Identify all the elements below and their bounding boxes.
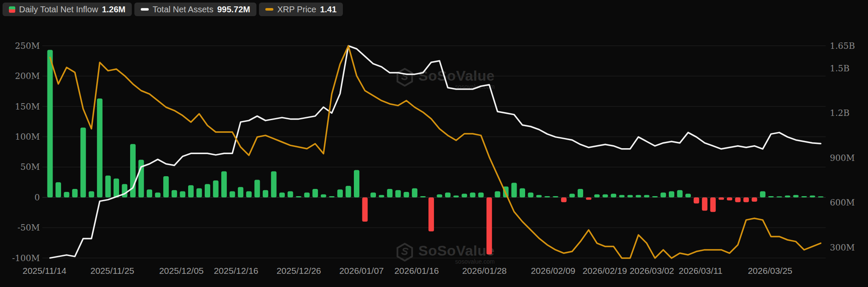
inflow-bar[interactable]	[553, 196, 558, 197]
inflow-bar[interactable]	[644, 195, 649, 197]
inflow-bar[interactable]	[536, 195, 542, 197]
inflow-bar[interactable]	[89, 191, 94, 197]
legend-item-daily-net-inflow[interactable]: Daily Total Net Inflow 1.26M	[3, 3, 132, 16]
inflow-bar[interactable]	[172, 190, 177, 197]
inflow-bar[interactable]	[619, 195, 625, 197]
inflow-bar[interactable]	[114, 179, 119, 197]
inflow-bar[interactable]	[528, 192, 534, 197]
inflow-bar[interactable]	[64, 192, 70, 197]
inflow-bar[interactable]	[122, 184, 127, 197]
legend-value: 995.72M	[217, 5, 250, 14]
inflow-bar[interactable]	[578, 189, 583, 197]
inflow-bar[interactable]	[752, 197, 757, 202]
inflow-bar[interactable]	[470, 192, 476, 197]
inflow-bar[interactable]	[594, 194, 600, 197]
assets-line[interactable]	[50, 46, 821, 258]
inflow-bar[interactable]	[246, 191, 252, 197]
inflow-bar[interactable]	[271, 171, 276, 197]
inflow-bar[interactable]	[694, 197, 699, 203]
inflow-bar[interactable]	[296, 196, 301, 197]
inflow-bar[interactable]	[254, 180, 260, 197]
inflow-bar[interactable]	[545, 196, 550, 197]
inflow-bar[interactable]	[312, 189, 318, 197]
inflow-bar[interactable]	[428, 197, 434, 231]
inflow-bar[interactable]	[354, 170, 359, 197]
legend: Daily Total Net Inflow 1.26M Total Net A…	[3, 3, 343, 16]
inflow-bar[interactable]	[776, 197, 782, 197]
inflow-bar[interactable]	[735, 197, 740, 202]
inflow-bar[interactable]	[445, 192, 451, 197]
inflow-bar[interactable]	[155, 192, 161, 197]
inflow-bar[interactable]	[337, 189, 343, 197]
inflow-bar[interactable]	[56, 182, 61, 197]
inflow-bar[interactable]	[387, 189, 392, 197]
inflow-bar[interactable]	[403, 192, 409, 197]
inflow-bar[interactable]	[321, 194, 326, 197]
inflow-bar[interactable]	[412, 188, 417, 197]
inflow-bar[interactable]	[395, 190, 401, 197]
inflow-bar[interactable]	[163, 176, 169, 197]
inflow-bar[interactable]	[205, 184, 210, 197]
inflow-bar[interactable]	[611, 194, 616, 197]
inflow-bar[interactable]	[47, 50, 53, 197]
inflow-bar[interactable]	[652, 196, 658, 197]
inflow-bar[interactable]	[677, 190, 683, 197]
inflow-bar[interactable]	[586, 197, 591, 200]
inflow-bar[interactable]	[760, 191, 765, 197]
inflow-bar[interactable]	[520, 188, 525, 197]
price-line[interactable]	[50, 46, 821, 258]
inflow-bar[interactable]	[345, 186, 351, 197]
inflow-bar[interactable]	[72, 189, 78, 197]
inflow-bar[interactable]	[379, 195, 384, 197]
inflow-bar[interactable]	[329, 196, 334, 197]
inflow-bar[interactable]	[453, 196, 459, 197]
inflow-bar[interactable]	[180, 191, 185, 197]
inflow-bar[interactable]	[263, 190, 268, 197]
inflow-bar[interactable]	[495, 191, 500, 197]
inflow-bar[interactable]	[793, 195, 798, 197]
inflow-bar[interactable]	[362, 197, 368, 222]
inflow-bar[interactable]	[818, 197, 823, 197]
legend-label: Total Net Assets	[153, 5, 213, 14]
inflow-bar[interactable]	[561, 197, 567, 202]
inflow-bar[interactable]	[685, 194, 691, 197]
inflow-bar[interactable]	[743, 197, 749, 202]
chart-canvas[interactable]: 250M200M150M100M50M0-50M-100M1.65B1.5B1.…	[0, 0, 868, 287]
inflow-bar[interactable]	[768, 196, 774, 197]
inflow-bar[interactable]	[660, 192, 666, 197]
legend-item-total-net-assets[interactable]: Total Net Assets 995.72M	[134, 3, 256, 16]
inflow-bar[interactable]	[511, 183, 517, 197]
inflow-bar[interactable]	[221, 171, 227, 197]
inflow-bar[interactable]	[487, 197, 492, 254]
inflow-bar[interactable]	[230, 191, 235, 197]
inflow-bar[interactable]	[370, 192, 376, 197]
inflow-bar[interactable]	[97, 98, 103, 197]
inflow-bar[interactable]	[603, 194, 608, 197]
inflow-bar[interactable]	[627, 195, 633, 197]
inflow-bar[interactable]	[196, 188, 202, 197]
inflow-bar[interactable]	[420, 196, 426, 197]
inflow-bar[interactable]	[810, 196, 815, 197]
inflow-bar[interactable]	[437, 194, 442, 197]
inflow-bar[interactable]	[147, 189, 152, 197]
inflow-bar[interactable]	[718, 197, 724, 200]
inflow-bar[interactable]	[188, 185, 194, 197]
inflow-bar[interactable]	[801, 196, 807, 197]
inflow-bar[interactable]	[636, 195, 641, 197]
legend-item-xrp-price[interactable]: XRP Price 1.41	[259, 3, 343, 16]
inflow-bar[interactable]	[288, 191, 293, 197]
inflow-bar[interactable]	[462, 194, 467, 197]
inflow-bar[interactable]	[669, 191, 674, 197]
inflow-bar[interactable]	[710, 197, 716, 212]
inflow-bar[interactable]	[702, 197, 707, 211]
inflow-bar[interactable]	[569, 194, 575, 197]
inflow-bar[interactable]	[238, 187, 243, 197]
inflow-bar[interactable]	[304, 192, 310, 197]
inflow-bar[interactable]	[785, 196, 790, 197]
inflow-bar[interactable]	[478, 192, 484, 197]
inflow-bar[interactable]	[279, 192, 285, 197]
inflow-bar[interactable]	[213, 180, 219, 197]
inflow-bar[interactable]	[727, 197, 732, 200]
inflow-bar[interactable]	[81, 128, 86, 197]
inflow-bar[interactable]	[105, 175, 111, 197]
